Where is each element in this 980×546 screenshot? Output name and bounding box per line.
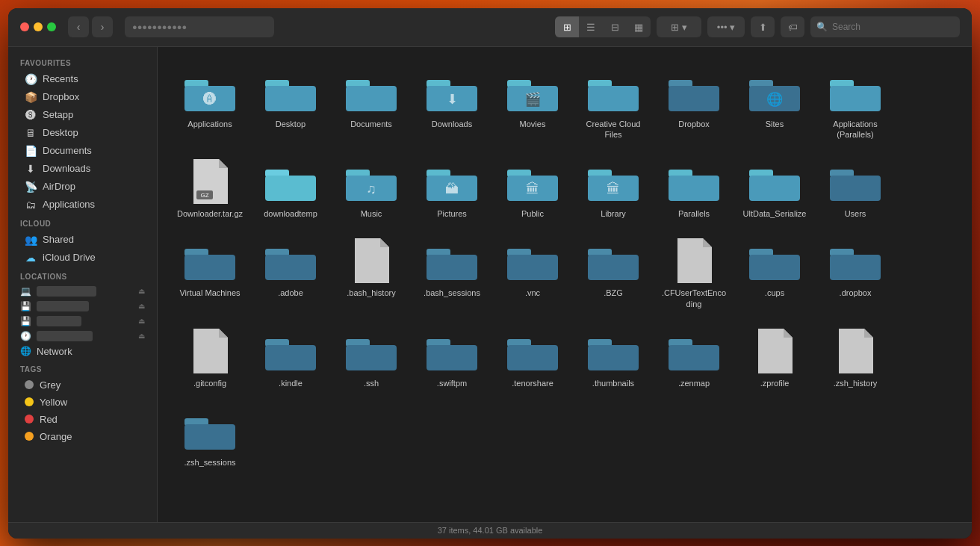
file-item[interactable]: .thumbnails <box>576 321 651 394</box>
file-item[interactable]: .zprofile <box>737 321 812 394</box>
svg-rect-51 <box>507 255 558 280</box>
file-item[interactable]: .vnc <box>495 231 570 315</box>
file-item[interactable]: .zenmap <box>657 321 731 394</box>
sidebar-location-network[interactable]: 🌐 Network <box>8 344 157 359</box>
sidebar-item-setapp[interactable]: 🅢 Setapp <box>13 106 152 124</box>
file-item[interactable]: GZ Downloader.tar.gz <box>173 152 247 225</box>
forward-button[interactable]: › <box>92 16 113 37</box>
sidebar-location-timemachine[interactable]: 🕐 ⏏ <box>8 329 157 344</box>
sidebar-item-dropbox[interactable]: 📦 Dropbox <box>13 88 152 106</box>
sidebar-item-airdrop[interactable]: 📡 AirDrop <box>13 178 152 196</box>
file-icon <box>344 68 398 116</box>
svg-text:♫: ♫ <box>366 182 376 196</box>
minimize-button[interactable] <box>34 22 43 31</box>
file-icon <box>667 237 721 285</box>
eject-button[interactable]: ⏏ <box>138 332 145 340</box>
file-item[interactable]: .dropbox <box>818 231 893 315</box>
file-item[interactable]: 🏛 Library <box>576 152 651 225</box>
location-name-blurred <box>37 316 81 326</box>
file-item[interactable]: ♫ Music <box>334 152 409 225</box>
more-options-button[interactable]: ••• ▾ <box>707 16 745 37</box>
downloads-icon: ⬇ <box>25 163 37 175</box>
sidebar-tag-red[interactable]: Red <box>13 411 152 428</box>
file-item[interactable]: Virtual Machines <box>173 231 247 315</box>
search-input[interactable] <box>832 22 954 32</box>
sidebar-item-applications[interactable]: 🗂 Applications <box>13 196 152 214</box>
setapp-icon: 🅢 <box>25 109 37 121</box>
svg-text:🅐: 🅐 <box>203 92 217 107</box>
sidebar-item-label: Setapp <box>43 109 73 120</box>
svg-text:⬇: ⬇ <box>447 92 458 107</box>
file-item[interactable]: Dropbox <box>657 62 731 146</box>
file-item[interactable]: 🅐 Applications <box>173 62 247 146</box>
file-item[interactable]: .ssh <box>334 321 409 394</box>
sidebar-item-icloud-drive[interactable]: ☁ iCloud Drive <box>13 249 152 267</box>
file-item[interactable]: 🏛 Public <box>495 152 570 225</box>
file-item[interactable]: 🌐 Sites <box>737 62 812 146</box>
svg-rect-65 <box>507 345 558 370</box>
file-name: .bash_history <box>347 288 395 298</box>
file-item[interactable]: .gitconfig <box>173 321 247 394</box>
file-icon <box>264 158 317 205</box>
sidebar-item-shared[interactable]: 👥 Shared <box>13 231 152 249</box>
sidebar-item-desktop[interactable]: 🖥 Desktop <box>13 124 152 142</box>
sidebar-tag-yellow[interactable]: Yellow <box>13 394 152 411</box>
share-button[interactable]: ⬆ <box>751 16 775 37</box>
back-button[interactable]: ‹ <box>68 16 89 37</box>
file-item[interactable]: 🎬 Movies <box>495 62 570 146</box>
sidebar-item-label: Dropbox <box>43 91 79 102</box>
file-item[interactable]: UltData_Serialize <box>737 152 812 225</box>
tag-button[interactable]: 🏷 <box>781 16 804 37</box>
file-icon <box>264 237 317 285</box>
eject-button[interactable]: ⏏ <box>138 302 145 310</box>
svg-rect-67 <box>588 345 639 370</box>
sidebar-location-drive2[interactable]: 💾 ⏏ <box>8 314 157 329</box>
file-item[interactable]: downloadtemp <box>253 152 328 225</box>
eject-button[interactable]: ⏏ <box>138 317 145 325</box>
file-name: Downloader.tar.gz <box>177 208 243 219</box>
sidebar-location-drive1[interactable]: 💾 ⏏ <box>8 299 157 314</box>
file-name: Desktop <box>276 119 306 129</box>
file-item[interactable]: .zsh_history <box>818 321 893 394</box>
sidebar-tag-orange[interactable]: Orange <box>13 428 152 445</box>
shared-icon: 👥 <box>25 234 37 246</box>
file-item[interactable]: .cups <box>737 231 812 315</box>
file-name: Movies <box>520 119 546 129</box>
svg-text:🏛: 🏛 <box>607 181 620 196</box>
file-item[interactable]: .adobe <box>253 231 328 315</box>
sidebar-item-recents[interactable]: 🕐 Recents <box>13 70 152 88</box>
list-view-button[interactable]: ☰ <box>579 16 603 37</box>
file-item[interactable]: Desktop <box>253 62 328 146</box>
location-name-blurred <box>37 286 96 297</box>
file-item[interactable]: .bash_history <box>334 231 409 315</box>
maximize-button[interactable] <box>47 22 56 31</box>
icon-view-button[interactable]: ⊞ <box>555 16 579 37</box>
gallery-view-button[interactable]: ▦ <box>627 16 651 37</box>
sidebar-item-documents[interactable]: 📄 Documents <box>13 142 152 160</box>
file-icon <box>183 406 237 454</box>
file-item[interactable]: 🏔 Pictures <box>415 152 489 225</box>
file-item[interactable]: Applications (Parallels) <box>818 62 893 146</box>
sidebar-tag-grey[interactable]: Grey <box>13 376 152 394</box>
eject-button[interactable]: ⏏ <box>138 287 145 295</box>
sidebar-item-downloads[interactable]: ⬇ Downloads <box>13 160 152 178</box>
close-button[interactable] <box>20 22 29 31</box>
column-view-button[interactable]: ⊟ <box>603 16 627 37</box>
file-item[interactable]: .swiftpm <box>415 321 489 394</box>
yellow-tag-dot <box>25 397 34 406</box>
timemachine-icon: 🕐 <box>20 331 31 341</box>
sidebar-location-macbook[interactable]: 💻 ⏏ <box>8 284 157 299</box>
group-by-button[interactable]: ⊞ ▾ <box>657 16 701 37</box>
file-item[interactable]: Parallels <box>657 152 731 225</box>
file-item[interactable]: .bash_sessions <box>415 231 489 315</box>
file-item[interactable]: .tenorshare <box>495 321 570 394</box>
file-item[interactable]: ⬇ Downloads <box>415 62 489 146</box>
file-item[interactable]: .BZG <box>576 231 651 315</box>
file-item[interactable]: .zsh_sessions <box>173 400 247 474</box>
sidebar-item-label: Documents <box>43 145 92 156</box>
file-item[interactable]: Users <box>818 152 893 225</box>
file-item[interactable]: .CFUserTextEncoding <box>657 231 731 315</box>
file-item[interactable]: Documents <box>334 62 409 146</box>
file-item[interactable]: .kindle <box>253 321 328 394</box>
file-item[interactable]: Creative Cloud Files <box>576 62 651 146</box>
